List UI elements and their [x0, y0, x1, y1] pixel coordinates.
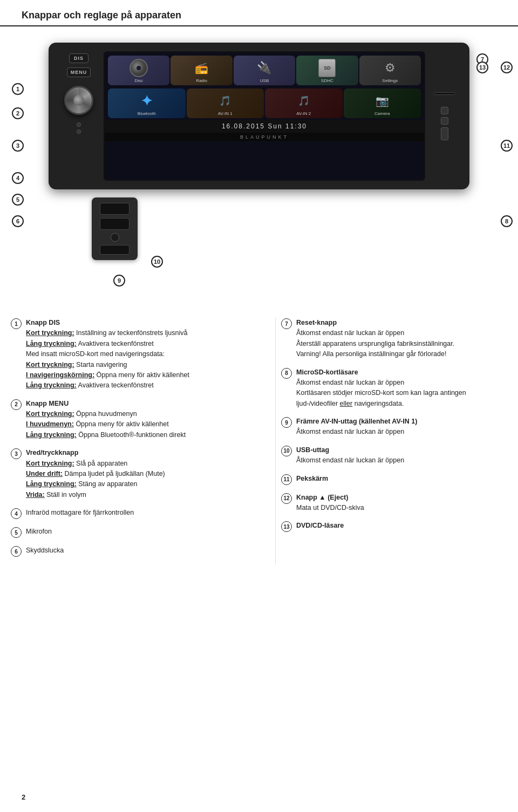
- callout-11: 11: [501, 140, 513, 152]
- callout-10: 10: [151, 256, 163, 268]
- brand-display: BLAUPUNKT: [105, 133, 424, 141]
- item-2: 2 Knapp MENU Kort tryckning: Öppna huvud…: [11, 399, 264, 441]
- camera-icon[interactable]: 📷 Camera: [344, 88, 421, 118]
- callout-13: 13: [476, 62, 488, 73]
- radio-icon[interactable]: 📻 Radio: [171, 56, 232, 85]
- callout-8: 8: [501, 215, 513, 227]
- callout-6: 6: [12, 215, 24, 227]
- microphone: [77, 129, 81, 134]
- eject-slot-top: [434, 92, 455, 95]
- av-jack[interactable]: [100, 218, 130, 230]
- item-6: 6 Skyddslucka: [11, 545, 264, 557]
- right-btn-2[interactable]: [441, 117, 448, 125]
- callout-4: 4: [12, 172, 24, 184]
- item-12: 12 Knapp ▲ (Eject) Mata ut DVD/CD-skiva: [281, 493, 507, 514]
- item-4: 4 Infraröd mottagare för fjärrkontrollen: [11, 508, 264, 519]
- item-5: 5 Mikrofon: [11, 527, 264, 538]
- microsd-slot[interactable]: [100, 245, 130, 255]
- content-area: 1 Knapp DIS Kort tryckning: Inställning …: [0, 318, 518, 564]
- usb-port[interactable]: [100, 203, 130, 215]
- date-display: 16.08.2015 Sun 11:30: [105, 120, 424, 133]
- right-column: 7 Reset-knapp Åtkomst endast när luckan …: [275, 318, 507, 564]
- item-10: 10 USB-uttag Åtkomst endast när luckan ä…: [281, 445, 507, 466]
- callout-12: 12: [501, 62, 513, 73]
- callout-2: 2: [12, 107, 24, 119]
- settings-icon[interactable]: ⚙ Settings: [359, 56, 421, 85]
- item-8: 8 MicroSD-kortläsare Åtkomst endast när …: [281, 367, 507, 410]
- page-number: 2: [22, 793, 25, 801]
- callout-5: 5: [12, 194, 24, 206]
- dis-button[interactable]: DIS: [69, 53, 88, 63]
- left-column: 1 Knapp DIS Kort tryckning: Inställning …: [11, 318, 275, 564]
- right-btn-1[interactable]: [441, 107, 448, 114]
- page-title: Knappar och reglage på apparaten: [22, 10, 496, 21]
- item-11: 11 Pekskärm: [281, 474, 507, 485]
- main-screen[interactable]: Disc 📻 Radio 🔌 USB: [104, 51, 425, 181]
- sdhc-icon[interactable]: SD SDHC: [296, 56, 358, 85]
- disc-icon[interactable]: Disc: [108, 56, 169, 85]
- item-13: 13 DVD/CD-läsare: [281, 521, 507, 532]
- callout-1: 1: [12, 83, 24, 95]
- usb-icon[interactable]: 🔌 USB: [234, 56, 295, 85]
- item-3: 3 Vred/tryckknapp Kort tryckning: Slå på…: [11, 448, 264, 500]
- page-header: Knappar och reglage på apparaten: [0, 0, 518, 26]
- device-section: 1 2 3 4 5 6 7 8 9 10 11 12 13 DIS MENU: [0, 32, 518, 312]
- avin1-icon[interactable]: 🎵 AV-IN 1: [187, 88, 264, 118]
- callout-9: 9: [113, 275, 125, 286]
- menu-button[interactable]: MENU: [67, 67, 91, 77]
- volume-knob[interactable]: [64, 86, 93, 115]
- side-panel-cover: [92, 197, 138, 260]
- bluetooth-icon[interactable]: ✦ Bluetooth: [108, 88, 186, 118]
- right-btn-3[interactable]: [441, 127, 448, 140]
- ir-sensor: [77, 122, 81, 127]
- item-9: 9 Främre AV-IN-uttag (källenhet AV-IN 1)…: [281, 417, 507, 438]
- callout-3: 3: [12, 140, 24, 152]
- item-1: 1 Knapp DIS Kort tryckning: Inställning …: [11, 318, 264, 391]
- item-7: 7 Reset-knapp Åtkomst endast när luckan …: [281, 318, 507, 360]
- reset-button[interactable]: [111, 233, 119, 242]
- avin2-icon[interactable]: 🎵 AV-IN 2: [265, 88, 343, 118]
